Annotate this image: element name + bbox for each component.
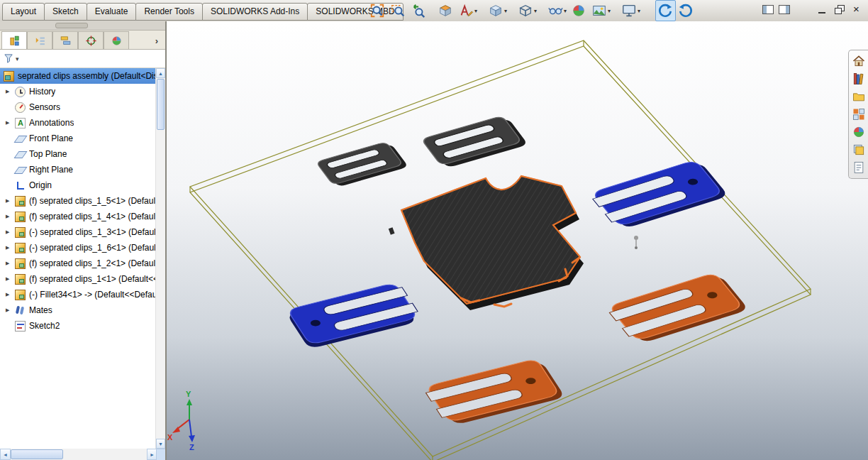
tree-item-label: Sketch2 [29,321,60,331]
expand-arrow-icon[interactable]: ▶ [6,245,15,251]
pane-preview-icon[interactable] [762,5,774,14]
view-orientation-icon[interactable]: ▾ [486,0,509,21]
tree-item[interactable]: Sketch2 [0,318,156,334]
tree-item[interactable]: ▶ History [0,84,156,99]
plane-icon [15,149,26,160]
clip-dark-1[interactable] [316,141,408,187]
restore-icon[interactable] [833,4,845,15]
tree-item[interactable]: ▶ Annotations [0,115,156,131]
displaymanager-tab[interactable] [104,31,129,49]
dropdown-caret-icon: ▾ [638,8,640,14]
tshirt-plate[interactable] [389,176,584,310]
filter-funnel-icon[interactable] [4,53,14,64]
command-tab[interactable]: Render Tools [135,3,203,21]
filter-caret-icon[interactable]: ▾ [16,55,19,62]
close-icon[interactable]: × [850,4,862,15]
tree-item[interactable]: Sensors [0,99,156,115]
task-pane-toolbar [848,50,868,179]
tree-item[interactable]: ▶ (f) seprated clips_1<1> (Default<<I [0,271,156,287]
tree-item[interactable]: ▶ (f) seprated clips_1_2<1> (Default< [0,256,156,271]
previous-view-icon[interactable] [408,0,429,21]
zoom-to-fit-icon[interactable] [367,0,388,21]
tree-item[interactable]: ▶ (f) seprated clips_1_5<1> (Default< [0,193,156,209]
custom-properties-icon[interactable] [851,160,867,175]
tree-item[interactable]: Origin [0,177,156,193]
command-tab[interactable]: Layout [2,3,45,21]
tree-item[interactable]: ▶ (-) seprated clips_1_3<1> (Default< [0,224,156,240]
tree-item[interactable]: Front Plane [0,131,156,146]
scenes-icon[interactable] [851,142,867,158]
scroll-left-icon[interactable]: ◄ [0,449,11,460]
expand-arrow-icon[interactable]: ▶ [6,120,15,126]
expand-arrow-icon[interactable]: ▶ [6,214,15,219]
tree-item[interactable]: Right Plane [0,162,156,177]
roll-view-icon[interactable] [676,0,696,21]
expand-arrow-icon[interactable]: ▶ [6,198,15,204]
rotate-view-icon[interactable] [655,0,676,21]
featuremanager-panel: › ▾ seprated clips assembly (Default<Dis… [0,21,167,460]
clip-blue-left[interactable] [284,282,424,349]
file-explorer-icon[interactable] [851,89,867,104]
clip-dark-2[interactable] [421,115,528,170]
expand-arrow-icon[interactable]: ▶ [6,276,15,282]
part-icon [15,212,26,222]
annotation-views-icon[interactable]: ▾ [456,0,479,21]
scroll-up-icon[interactable]: ▲ [156,68,165,78]
tree-vertical-scrollbar[interactable]: ▲ ▼ [155,68,165,449]
command-tab[interactable]: Evaluate [87,3,137,21]
view-palette-icon[interactable] [851,106,867,122]
part-icon [15,274,26,285]
expand-arrow-icon[interactable]: ▶ [6,292,15,297]
horizontal-scroll-thumb[interactable] [11,449,63,459]
zoom-to-area-icon[interactable] [388,0,408,21]
minimize-icon[interactable] [816,4,828,15]
expand-arrow-icon[interactable]: ▶ [6,307,15,313]
dimxpertmanager-tab[interactable] [78,31,104,49]
tree-item-label: (-) Fillet34<1> -> (Default<<Defau [29,290,156,300]
x-axis-label: X [167,433,173,442]
tree-item-label: Right Plane [29,165,73,175]
appearances-icon[interactable] [851,124,867,140]
clip-orange-right[interactable] [605,272,749,346]
part-icon [15,258,26,269]
clip-blue-right[interactable] [589,159,729,231]
scroll-down-icon[interactable]: ▼ [156,439,165,449]
display-style-icon[interactable]: ▾ [516,0,539,21]
plane-icon [15,133,26,144]
tree-item[interactable]: ▶ (-) seprated clips_1_6<1> (Default< [0,240,156,256]
command-tab[interactable]: Sketch [44,3,87,21]
expand-arrow-icon[interactable]: ▶ [6,229,15,235]
command-tab[interactable]: SOLIDWORKS Add-Ins [202,3,308,21]
tree-item-label: (-) seprated clips_1_6<1> (Default< [29,243,156,253]
edit-appearance-icon[interactable] [569,0,589,21]
hide-show-items-icon[interactable]: ▾ [545,0,569,21]
view-settings-icon[interactable]: ▾ [619,0,642,21]
home-icon[interactable] [851,53,867,69]
clip-orange-bottom[interactable] [422,358,565,427]
featuremanager-tab[interactable] [1,31,27,49]
configurationmanager-tab[interactable] [52,31,78,49]
mates-icon [15,305,26,316]
horizontal-scroll-track[interactable] [11,449,147,460]
dropdown-caret-icon: ▾ [504,8,507,14]
panel-resize-grip[interactable] [55,23,88,28]
apply-scene-icon[interactable]: ▾ [589,0,613,21]
tree-item[interactable]: ▶ Mates [0,302,156,318]
expand-arrow-icon[interactable]: ▶ [6,261,15,266]
tree-item[interactable]: ▶ (f) seprated clips_1_4<1> (Default< [0,209,156,224]
panel-tab-strip: › [0,31,165,50]
mate-pin[interactable] [634,236,638,249]
graphics-viewport[interactable]: Y X Z [167,21,868,460]
origin-icon [15,180,26,191]
vertical-scroll-thumb[interactable] [157,79,165,130]
tree-item[interactable]: ▶ (-) Fillet34<1> -> (Default<<Defau [0,287,156,302]
tree-item[interactable]: Top Plane [0,146,156,162]
design-library-icon[interactable] [851,71,867,87]
tree-root-item[interactable]: seprated clips assembly (Default<Displ [0,68,156,84]
propertymanager-tab[interactable] [27,31,52,49]
tree-horizontal-scrollbar[interactable]: ◄ ► [0,449,157,460]
section-view-icon[interactable] [435,0,456,21]
panel-expand-chevron-icon[interactable]: › [151,33,162,49]
pane-split-icon[interactable] [779,5,790,14]
expand-arrow-icon[interactable]: ▶ [6,89,15,94]
